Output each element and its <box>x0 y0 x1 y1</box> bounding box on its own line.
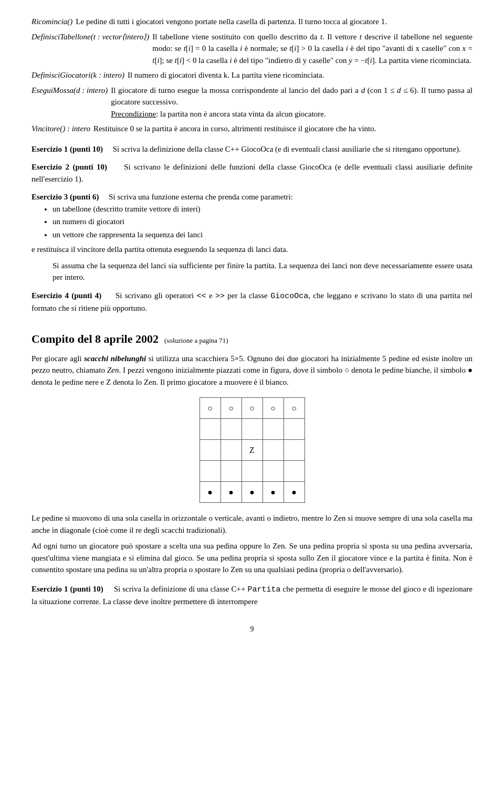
def-tabellone-body: Il tabellone viene sostituito con quello… <box>152 31 472 67</box>
exercise-1: Esercizio 1 (punti 10) Si scriva la defi… <box>32 143 472 155</box>
chess-row-0: ○ ○ ○ ○ ○ <box>200 398 304 419</box>
bullet-1: un tabellone (descritto tramite vettore … <box>52 203 472 215</box>
cell-3-0 <box>200 461 220 482</box>
cell-4-0: ● <box>200 482 220 503</box>
chess-row-1 <box>200 419 304 440</box>
exercise-3-title: Esercizio 3 (punti 6) <box>32 193 99 201</box>
cell-3-4 <box>284 461 304 482</box>
cell-0-3: ○ <box>262 398 284 419</box>
def-mossa-term: EseguiMossa(d : intero) <box>32 85 108 120</box>
cell-2-1 <box>220 440 242 461</box>
cell-0-1: ○ <box>220 398 242 419</box>
section2-turn: Ad ogni turno un giocatore può spostare … <box>32 540 472 576</box>
cell-3-3 <box>262 461 284 482</box>
section2-movement: Le pedine si muovono di una sola casella… <box>32 512 472 536</box>
cell-1-1 <box>220 419 242 440</box>
cell-3-2 <box>242 461 262 482</box>
cell-0-0: ○ <box>200 398 220 419</box>
cell-4-2: ● <box>242 482 262 503</box>
cell-4-3: ● <box>262 482 284 503</box>
def-tabellone: DefinisciTabellone(t : vector⟨intero⟩) I… <box>32 31 472 67</box>
def-giocatori-term: DefinisciGiocatori(k : intero) <box>32 69 124 81</box>
exercise-1-body: Si scriva la definizione della classe C+… <box>113 145 461 153</box>
bullet-3: un vettore che rappresenta la sequenza d… <box>52 229 472 241</box>
exercise-3-note: Si assuma che la sequenza del lanci sia … <box>52 260 472 283</box>
cell-1-2 <box>242 419 262 440</box>
cell-4-1: ● <box>220 482 242 503</box>
cell-1-3 <box>262 419 284 440</box>
def-tabellone-term: DefinisciTabellone(t : vector⟨intero⟩) <box>32 31 149 67</box>
cell-1-4 <box>284 419 304 440</box>
chess-row-3 <box>200 461 304 482</box>
section2-exercise-1-title: Esercizio 1 (punti 10) <box>32 585 103 593</box>
exercise-4-title: Esercizio 4 (punti 4) <box>32 291 101 300</box>
def-giocatori: DefinisciGiocatori(k : intero) Il numero… <box>32 69 472 81</box>
def-vincitore: Vincitore() : intero Restituisce 0 se la… <box>32 123 472 135</box>
exercise-3: Esercizio 3 (punti 6) Si scriva una funz… <box>32 191 472 283</box>
def-mossa-body: Il giocatore di turno esegue la mossa co… <box>111 85 472 120</box>
page-content: Ricomincia() Le pedine di tutti i giocat… <box>32 16 472 635</box>
def-ricomincia-body: Le pedine di tutti i giocatori vengono p… <box>76 16 472 28</box>
cell-2-2: Z <box>242 440 262 461</box>
page-number: 9 <box>32 624 472 635</box>
bullet-2: un numero di giocatori <box>52 216 472 228</box>
chess-grid-container: ○ ○ ○ ○ ○ <box>32 397 472 503</box>
cell-2-0 <box>200 440 220 461</box>
exercise-3-intro: Si scriva una funzione esterna che prend… <box>109 193 293 201</box>
def-mossa: EseguiMossa(d : intero) Il giocatore di … <box>32 85 472 120</box>
precondition-label: Precondizione <box>111 110 156 118</box>
def-vincitore-term: Vincitore() : intero <box>32 123 90 135</box>
cell-2-3 <box>262 440 284 461</box>
section2-subtitle: (soluzione a pagina 71) <box>164 336 228 344</box>
cell-0-4: ○ <box>284 398 304 419</box>
def-giocatori-body: Il numero di giocatori diventa k. La par… <box>128 69 472 81</box>
section1-defs: Ricomincia() Le pedine di tutti i giocat… <box>32 16 472 135</box>
cell-4-4: ● <box>284 482 304 503</box>
exercise-3-bullets: un tabellone (descritto tramite vettore … <box>52 203 472 241</box>
section2-title: Compito del 8 aprile 2002 (soluzione a p… <box>32 330 472 347</box>
chess-row-4: ● ● ● ● ● <box>200 482 304 503</box>
cell-1-0 <box>200 419 220 440</box>
exercises-section1: Esercizio 1 (punti 10) Si scriva la defi… <box>32 143 472 314</box>
cell-3-1 <box>220 461 242 482</box>
def-vincitore-body: Restituisce 0 se la partita è ancora in … <box>93 123 472 135</box>
exercise-1-title: Esercizio 1 (punti 10) <box>32 145 103 153</box>
exercise-2-title: Esercizio 2 (punti 10) <box>32 163 107 171</box>
chess-grid-body: ○ ○ ○ ○ ○ <box>200 398 304 503</box>
exercise-2: Esercizio 2 (punti 10) Si scrivano le de… <box>32 161 472 185</box>
cell-2-4 <box>284 440 304 461</box>
chess-grid: ○ ○ ○ ○ ○ <box>200 397 305 503</box>
section2-intro: Per giocare agli scacchi nibelunghi si u… <box>32 353 472 388</box>
section2-exercise-1: Esercizio 1 (punti 10) Si scriva la defi… <box>32 583 472 608</box>
def-ricomincia: Ricomincia() Le pedine di tutti i giocat… <box>32 16 472 28</box>
cell-0-2: ○ <box>242 398 262 419</box>
chess-row-2: Z <box>200 440 304 461</box>
exercise-4: Esercizio 4 (punti 4) Si scrivano gli op… <box>32 290 472 314</box>
exercise-3-body: e restituisca il vincitore della partita… <box>32 244 472 256</box>
section2: Compito del 8 aprile 2002 (soluzione a p… <box>32 330 472 608</box>
def-ricomincia-term: Ricomincia() <box>32 16 72 28</box>
